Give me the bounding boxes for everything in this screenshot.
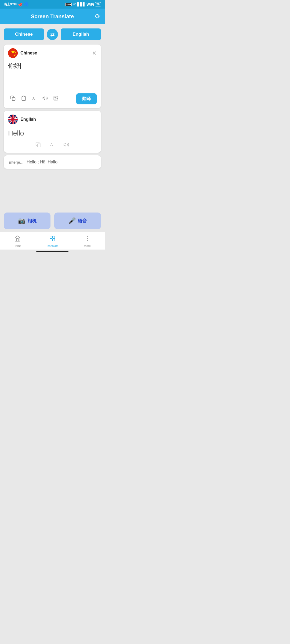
nav-home-label: Home — [13, 244, 21, 247]
svg-point-0 — [8, 48, 18, 58]
bottom-navigation: Home Translate More — [0, 232, 105, 250]
status-bar-right: VPN HD ▋▋▋ WiFi 26 — [65, 2, 101, 6]
result-text: Hello — [8, 127, 97, 141]
dict-meanings: Hello!; Hi!; Hallo! — [27, 160, 59, 164]
svg-rect-6 — [12, 98, 15, 101]
image-icon-button[interactable] — [51, 94, 61, 104]
copy-icon-button[interactable] — [8, 94, 18, 104]
nav-translate-label: Translate — [46, 244, 58, 247]
app-header: Screen Translate ⟳ — [0, 9, 105, 24]
english-flag-icon — [8, 115, 18, 124]
battery-display: 26 — [95, 2, 101, 6]
signal-icon: ▋▋▋ — [77, 2, 85, 6]
target-language-button[interactable]: English — [61, 28, 101, 40]
result-panel-header: English — [8, 115, 97, 124]
status-bar-left: 晚上9:38 🐙 🌀 — [4, 2, 28, 7]
svg-point-31 — [87, 240, 88, 241]
home-indicator — [36, 251, 68, 252]
source-panel-header-left: Chinese — [8, 48, 37, 58]
bottom-actions: 📷 相机 🎤 语音 — [0, 208, 105, 232]
result-panel-header-left: English — [8, 115, 36, 124]
svg-rect-25 — [50, 236, 52, 238]
svg-rect-27 — [50, 239, 52, 241]
dict-pos: interje... — [9, 160, 23, 164]
sound-icon-button[interactable] — [40, 94, 50, 104]
source-panel-header: Chinese ✕ — [8, 48, 97, 58]
panels-container: Chinese ✕ 你好| A — [0, 45, 105, 169]
swap-languages-button[interactable]: ⇄ — [47, 29, 58, 40]
svg-rect-22 — [38, 144, 41, 147]
result-panel: English Hello A — [4, 111, 101, 153]
app-icon-2: 🌀 — [24, 2, 28, 6]
swap-icon: ⇄ — [50, 31, 55, 38]
english-flag-svg — [8, 115, 18, 124]
result-sound-button[interactable] — [63, 142, 69, 149]
china-flag-svg — [8, 48, 18, 58]
dictionary-hint: interje... Hello!; Hi!; Hallo! — [4, 155, 101, 169]
voice-label: 语音 — [78, 218, 87, 224]
time-display: 晚上9:38 — [4, 2, 17, 7]
camera-icon: 📷 — [18, 217, 25, 224]
app-title: Screen Translate — [31, 13, 74, 20]
translate-button[interactable]: 翻译 — [76, 93, 97, 104]
source-panel: Chinese ✕ 你好| A — [4, 45, 101, 108]
svg-rect-28 — [53, 239, 55, 241]
font-icon-button[interactable]: A — [30, 94, 39, 104]
source-lang-label: Chinese — [20, 51, 37, 56]
svg-rect-7 — [23, 96, 25, 97]
svg-marker-9 — [43, 97, 45, 100]
svg-point-11 — [55, 97, 56, 98]
result-lang-label: English — [20, 117, 36, 122]
result-font-button[interactable]: A — [49, 142, 55, 149]
voice-button[interactable]: 🎤 语音 — [54, 213, 101, 229]
nav-translate[interactable]: Translate — [35, 234, 70, 248]
vpn-badge: VPN — [65, 3, 72, 6]
nav-more[interactable]: More — [70, 234, 105, 248]
history-icon: ⟳ — [95, 13, 100, 20]
language-selector: Chinese ⇄ English — [0, 24, 105, 45]
camera-button[interactable]: 📷 相机 — [4, 213, 50, 229]
source-language-button[interactable]: Chinese — [4, 28, 44, 40]
wifi-icon: WiFi — [86, 2, 94, 6]
source-text-input[interactable]: 你好| — [8, 61, 97, 91]
svg-text:A: A — [50, 142, 53, 147]
svg-point-30 — [87, 238, 88, 239]
source-panel-close-button[interactable]: ✕ — [92, 50, 97, 56]
translate-icon — [49, 235, 56, 243]
microphone-icon: 🎤 — [68, 217, 76, 224]
nav-more-label: More — [84, 244, 90, 247]
chinese-flag-icon — [8, 48, 18, 58]
status-bar: 晚上9:38 🐙 🌀 VPN HD ▋▋▋ WiFi 26 — [0, 0, 105, 9]
source-panel-toolbar: A 翻译 — [8, 93, 97, 104]
more-icon — [84, 235, 90, 243]
result-copy-button[interactable] — [35, 142, 41, 149]
svg-rect-26 — [53, 236, 55, 238]
svg-marker-24 — [64, 143, 66, 147]
svg-point-29 — [87, 236, 88, 237]
home-icon — [14, 235, 21, 243]
svg-text:A: A — [32, 96, 35, 100]
app-icon-1: 🐙 — [18, 2, 23, 6]
nav-home[interactable]: Home — [0, 234, 35, 248]
paste-icon-button[interactable] — [19, 94, 28, 104]
hd-badge: HD — [73, 3, 76, 6]
camera-label: 相机 — [27, 218, 37, 224]
result-panel-toolbar: A — [8, 141, 97, 149]
history-button[interactable]: ⟳ — [95, 13, 100, 20]
